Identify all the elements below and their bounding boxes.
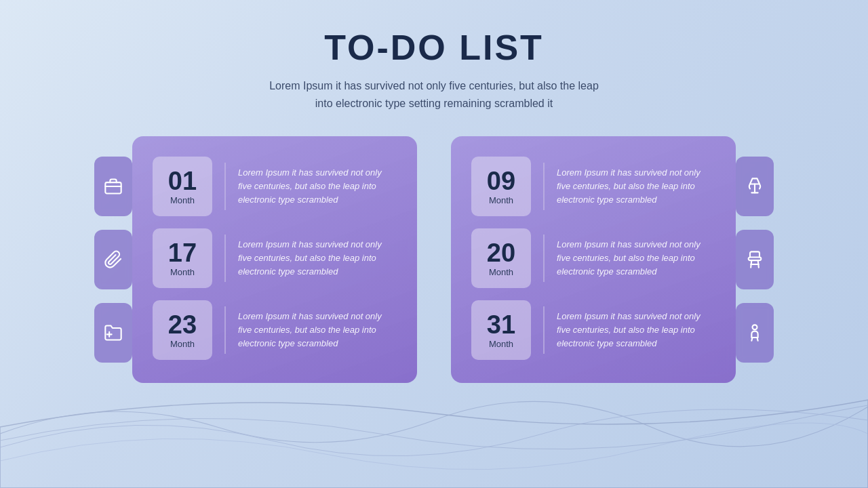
month-number-01: 01	[168, 168, 197, 194]
month-box-01: 01 Month	[153, 157, 212, 216]
month-number-09: 09	[487, 168, 515, 194]
month-number-17: 17	[168, 240, 197, 266]
divider-2	[224, 235, 226, 282]
divider-r1	[543, 163, 545, 210]
left-row-1: 01 Month Lorem Ipsum it has survived not…	[153, 157, 397, 216]
month-number-20: 20	[487, 240, 515, 266]
month-label-09: Month	[489, 195, 513, 205]
right-icon-column	[736, 136, 774, 383]
left-row-2: 17 Month Lorem Ipsum it has survived not…	[153, 228, 397, 288]
right-row-1: 09 Month Lorem Ipsum it has survived not…	[471, 157, 715, 216]
svg-line-12	[757, 338, 758, 341]
right-row-3: 31 Month Lorem Ipsum it has survived not…	[471, 300, 715, 360]
right-icon-person	[736, 303, 774, 363]
page-subtitle: Lorem Ipsum it has survived not only fiv…	[269, 77, 599, 112]
month-label-20: Month	[489, 267, 513, 277]
card-text-01: Lorem Ipsum it has survived not only fiv…	[238, 166, 397, 207]
svg-point-10	[753, 325, 757, 330]
right-card-group: 09 Month Lorem Ipsum it has survived not…	[451, 136, 774, 383]
month-box-31: 31 Month	[471, 300, 531, 360]
divider-r2	[543, 235, 545, 282]
month-label-17: Month	[170, 267, 195, 277]
divider-3	[224, 306, 226, 354]
left-row-3: 23 Month Lorem Ipsum it has survived not…	[153, 300, 397, 360]
month-number-23: 23	[168, 312, 197, 338]
left-icon-briefcase	[94, 157, 132, 216]
month-box-20: 20 Month	[471, 228, 531, 288]
left-main-card: 01 Month Lorem Ipsum it has survived not…	[132, 136, 417, 383]
folder-icon	[104, 323, 123, 342]
briefcase-icon	[104, 177, 123, 196]
paperclip-icon	[104, 250, 123, 269]
card-text-17: Lorem Ipsum it has survived not only fiv…	[238, 238, 397, 279]
divider-r3	[543, 306, 545, 354]
page-wrapper: TO-DO LIST Lorem Ipsum it has survived n…	[0, 0, 868, 488]
left-icon-folder	[94, 303, 132, 363]
divider-1	[224, 163, 226, 210]
svg-rect-0	[105, 182, 121, 193]
left-icon-paperclip	[94, 230, 132, 289]
month-box-09: 09 Month	[471, 157, 531, 216]
card-text-31: Lorem Ipsum it has survived not only fiv…	[557, 310, 715, 350]
card-text-20: Lorem Ipsum it has survived not only fiv…	[557, 238, 715, 279]
left-card-group: 01 Month Lorem Ipsum it has survived not…	[94, 136, 417, 383]
right-icon-chair	[736, 230, 774, 289]
month-box-17: 17 Month	[153, 228, 212, 288]
month-label-31: Month	[489, 339, 513, 349]
page-title: TO-DO LIST	[324, 27, 544, 68]
chair-icon	[745, 250, 764, 269]
month-label-01: Month	[170, 195, 195, 205]
right-icon-lamp	[736, 157, 774, 216]
month-box-23: 23 Month	[153, 300, 212, 360]
svg-line-11	[751, 338, 752, 341]
month-number-31: 31	[487, 312, 515, 338]
card-text-09: Lorem Ipsum it has survived not only fiv…	[557, 166, 715, 207]
lamp-icon	[745, 177, 764, 196]
cards-container: 01 Month Lorem Ipsum it has survived not…	[0, 136, 868, 383]
left-icon-column	[94, 136, 132, 383]
svg-rect-6	[749, 258, 762, 261]
right-row-2: 20 Month Lorem Ipsum it has survived not…	[471, 228, 715, 288]
right-main-card: 09 Month Lorem Ipsum it has survived not…	[451, 136, 736, 383]
card-text-23: Lorem Ipsum it has survived not only fiv…	[238, 310, 397, 350]
month-label-23: Month	[170, 339, 195, 349]
person-icon	[745, 323, 764, 342]
